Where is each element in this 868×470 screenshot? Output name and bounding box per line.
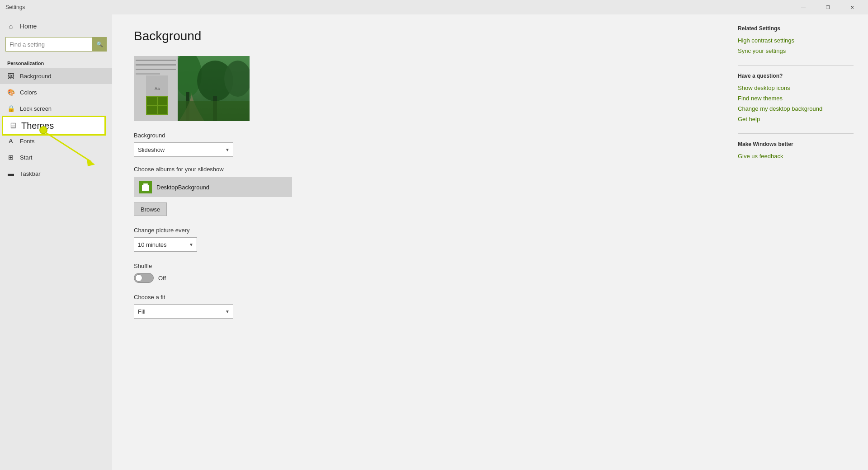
divider-2 — [738, 133, 854, 134]
browse-button[interactable]: Browse — [134, 202, 167, 216]
divider-1 — [738, 65, 854, 66]
sidebar-item-start[interactable]: ⊞ Start — [0, 149, 112, 165]
fonts-icon: A — [7, 137, 14, 145]
page-title: Background — [134, 29, 702, 43]
search-input[interactable] — [5, 37, 107, 52]
background-field-label: Background — [134, 132, 702, 139]
maximize-button[interactable]: ❐ — [817, 0, 838, 14]
search-icon: 🔍 — [96, 41, 103, 47]
home-icon: ⌂ — [7, 23, 14, 30]
change-picture-dropdown[interactable]: 1 minute 2 minutes 5 minutes 10 minutes … — [134, 237, 197, 252]
album-name: DesktopBackground — [156, 184, 209, 191]
right-panel: Related Settings High contrast settings … — [723, 14, 868, 470]
have-a-question-section: Have a question? Show desktop icons Find… — [738, 73, 854, 122]
high-contrast-link[interactable]: High contrast settings — [738, 37, 854, 44]
sidebar-item-label-background: Background — [20, 73, 51, 80]
main-content: Background — [112, 14, 723, 470]
themes-highlight-icon: 🖥 — [9, 121, 17, 131]
shuffle-row: Off — [134, 273, 702, 283]
taskbar-icon: ▬ — [7, 170, 14, 177]
fit-dropdown[interactable]: Fill Fit Stretch Tile Center Span — [134, 304, 233, 319]
window-controls: — ❐ ✕ — [793, 0, 863, 14]
album-folder-icon-inner — [142, 183, 149, 191]
toggle-knob — [135, 274, 142, 282]
change-picture-dropdown-wrapper: 1 minute 2 minutes 5 minutes 10 minutes … — [134, 237, 197, 252]
make-windows-better-title: Make Windows better — [738, 141, 854, 147]
shuffle-label: Shuffle — [134, 263, 702, 269]
close-button[interactable]: ✕ — [842, 0, 863, 14]
sidebar-home-label: Home — [20, 23, 37, 30]
album-list: DesktopBackground — [134, 177, 292, 197]
fit-dropdown-wrapper: Fill Fit Stretch Tile Center Span ▼ — [134, 304, 233, 319]
sidebar-section-label: Personalization — [0, 57, 112, 68]
sidebar: ⌂ Home 🔍 Personalization 🖼 Background 🎨 … — [0, 14, 112, 470]
background-icon: 🖼 — [7, 72, 14, 80]
related-settings-section: Related Settings High contrast settings … — [738, 25, 854, 54]
related-settings-title: Related Settings — [738, 25, 854, 32]
themes-highlight-text: Themes — [21, 121, 54, 131]
background-dropdown-wrapper: Picture Solid color Slideshow ▼ — [134, 142, 233, 157]
sidebar-item-home[interactable]: ⌂ Home — [0, 18, 112, 34]
background-dropdown[interactable]: Picture Solid color Slideshow — [134, 142, 233, 157]
sidebar-item-label-start: Start — [20, 154, 32, 161]
themes-highlight-box: 🖥 Themes — [2, 116, 106, 136]
sidebar-item-label-lock-screen: Lock screen — [20, 105, 52, 112]
title-bar: Settings — ❐ ✕ — [0, 0, 868, 14]
sidebar-item-label-colors: Colors — [20, 89, 37, 96]
make-windows-better-section: Make Windows better Give us feedback — [738, 141, 854, 160]
shuffle-toggle[interactable] — [134, 273, 154, 283]
have-a-question-title: Have a question? — [738, 73, 854, 79]
sidebar-item-themes[interactable]: 🖥 Themes 🖥 Themes — [0, 117, 112, 133]
shuffle-state-text: Off — [158, 275, 166, 282]
sync-settings-link[interactable]: Sync your settings — [738, 47, 854, 54]
find-new-themes-link[interactable]: Find new themes — [738, 95, 854, 102]
colors-icon: 🎨 — [7, 89, 14, 96]
sidebar-item-colors[interactable]: 🎨 Colors — [0, 84, 112, 100]
give-feedback-link[interactable]: Give us feedback — [738, 153, 854, 160]
sidebar-item-label-fonts: Fonts — [20, 138, 35, 145]
background-preview: Aa — [134, 56, 250, 121]
get-help-link[interactable]: Get help — [738, 116, 854, 122]
lock-screen-icon: 🔒 — [7, 105, 14, 112]
change-desktop-bg-link[interactable]: Change my desktop background — [738, 105, 854, 112]
start-icon: ⊞ — [7, 154, 14, 161]
slideshow-section-label: Choose albums for your slideshow — [134, 166, 702, 173]
change-picture-label: Change picture every — [134, 227, 702, 234]
sidebar-item-taskbar[interactable]: ▬ Taskbar — [0, 165, 112, 182]
content-area: ⌂ Home 🔍 Personalization 🖼 Background 🎨 … — [0, 14, 868, 470]
album-item-desktop-background[interactable]: DesktopBackground — [134, 177, 292, 197]
fit-field-label: Choose a fit — [134, 294, 702, 301]
sidebar-search-container: 🔍 — [5, 37, 107, 52]
album-folder-icon — [139, 181, 152, 193]
window-title: Settings — [5, 4, 25, 10]
show-desktop-icons-link[interactable]: Show desktop icons — [738, 85, 854, 91]
sidebar-item-background[interactable]: 🖼 Background — [0, 68, 112, 84]
sidebar-item-label-taskbar: Taskbar — [20, 170, 41, 177]
minimize-button[interactable]: — — [793, 0, 814, 14]
sidebar-item-lock-screen[interactable]: 🔒 Lock screen — [0, 100, 112, 117]
search-button[interactable]: 🔍 — [92, 37, 107, 52]
settings-window: Settings — ❐ ✕ ⌂ Home 🔍 Personalization — [0, 0, 868, 470]
